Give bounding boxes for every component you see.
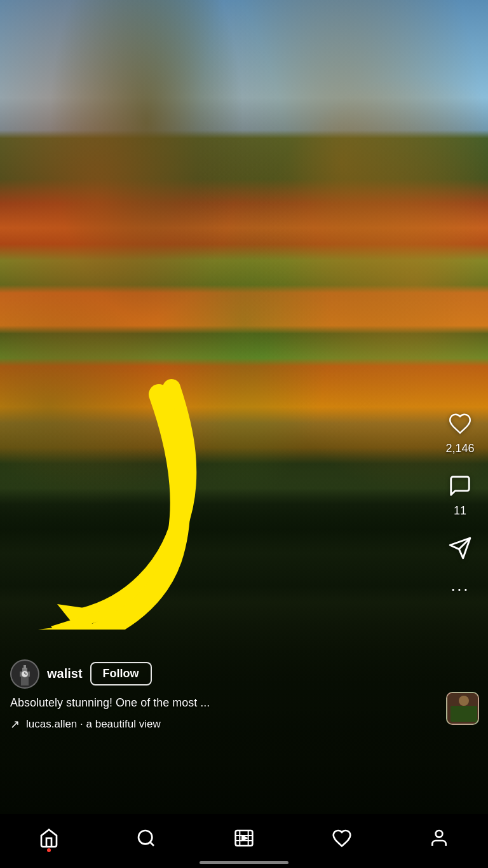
svg-rect-8 [24,665,26,669]
caption: Absolutely stunning! One of the most ... [10,695,427,711]
svg-line-16 [151,842,154,846]
nav-reels[interactable] [195,827,293,850]
user-row: walist Follow [10,659,427,689]
svg-point-19 [436,830,443,837]
heart-nav-icon [330,827,353,850]
home-icon [37,827,60,850]
bottom-nav [0,814,488,868]
thumbnail-icon [447,693,479,725]
music-text: lucas.allen · a beautiful view [26,718,161,731]
share-icon [444,532,477,565]
music-arrow-icon: ↗ [10,717,20,731]
svg-rect-13 [451,706,477,722]
avatar[interactable] [10,659,39,689]
like-button[interactable]: 2,146 [444,407,477,454]
action-sidebar: 2,146 11 ··· [444,407,477,598]
comment-button[interactable]: 11 [444,469,477,516]
more-icon: ··· [451,580,469,598]
home-notification-dot [47,848,51,852]
nav-likes[interactable] [293,827,391,850]
svg-marker-18 [242,836,247,840]
profile-thumbnail[interactable] [446,692,479,725]
more-button[interactable]: ··· [451,580,469,598]
home-indicator [200,861,288,864]
clock-tower-icon [13,663,36,685]
heart-icon [444,407,477,440]
video-content: 2,146 11 ··· [0,0,488,814]
nav-home[interactable] [0,827,98,850]
svg-point-14 [459,696,469,706]
music-row[interactable]: ↗ lucas.allen · a beautiful view [10,717,427,731]
search-icon [135,827,158,850]
annotation-arrow [19,375,210,630]
bottom-overlay: walist Follow Absolutely stunning! One o… [0,659,437,731]
reels-icon [233,827,255,850]
nav-search[interactable] [98,827,196,850]
profile-icon [428,827,451,850]
comment-count: 11 [454,505,466,516]
nav-profile[interactable] [390,827,488,850]
username: walist [47,666,83,681]
like-count: 2,146 [445,443,474,454]
comment-icon [444,469,477,502]
svg-point-15 [139,830,152,844]
follow-button[interactable]: Follow [90,662,152,685]
share-button[interactable] [444,532,477,565]
